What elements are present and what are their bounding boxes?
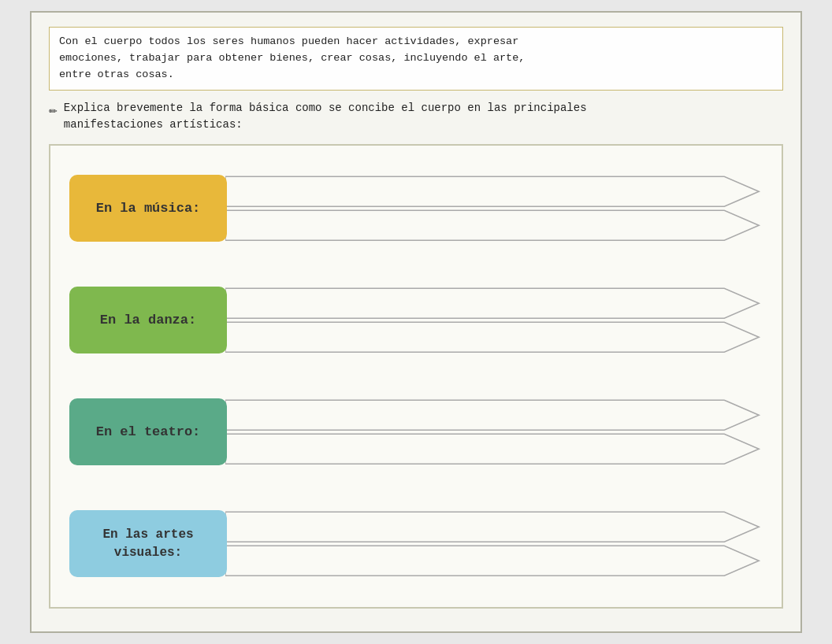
label-artes: En las artes visuales:	[69, 510, 227, 577]
row-artes: En las artes visuales:	[69, 497, 763, 591]
arrow-musica	[225, 175, 763, 242]
svg-marker-1	[225, 210, 759, 240]
instruction-text: Explica brevemente la forma básica como …	[64, 100, 587, 133]
info-text: Con el cuerpo todos los seres humanos pu…	[59, 35, 525, 80]
svg-marker-6	[225, 513, 759, 542]
svg-marker-2	[225, 289, 759, 319]
svg-marker-0	[225, 177, 759, 207]
content-area: En la música: En la danza:	[49, 144, 783, 609]
arrow-danza	[225, 287, 763, 353]
label-teatro: En el teatro:	[69, 398, 227, 465]
row-teatro: En el teatro:	[69, 385, 763, 479]
pencil-icon: ✏	[49, 101, 58, 118]
arrow-teatro	[225, 398, 763, 465]
info-box: Con el cuerpo todos los seres humanos pu…	[49, 27, 783, 91]
svg-marker-7	[225, 546, 759, 576]
label-danza: En la danza:	[69, 287, 227, 353]
instruction-row: ✏ Explica brevemente la forma básica com…	[49, 100, 783, 133]
row-danza: En la danza:	[69, 273, 763, 368]
row-musica: En la música:	[69, 161, 763, 256]
label-musica: En la música:	[69, 175, 227, 242]
arrow-artes	[225, 510, 763, 577]
svg-marker-5	[225, 434, 759, 464]
svg-marker-4	[225, 401, 759, 431]
svg-marker-3	[225, 322, 759, 352]
page: Con el cuerpo todos los seres humanos pu…	[30, 11, 802, 633]
